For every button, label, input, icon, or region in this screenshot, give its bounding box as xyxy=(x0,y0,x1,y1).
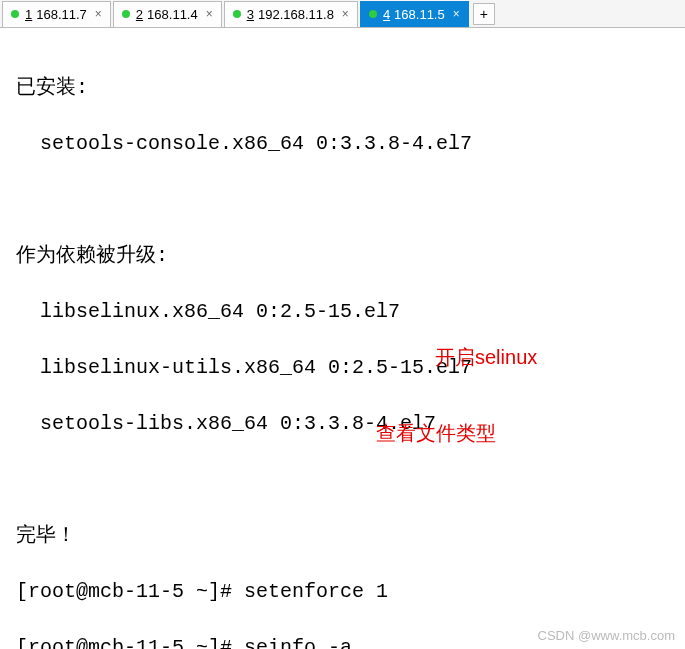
section-header: 作为依赖被升级: xyxy=(16,242,683,270)
status-dot-icon xyxy=(369,10,377,18)
tab-number: 1 xyxy=(25,7,32,22)
status-dot-icon xyxy=(122,10,130,18)
blank-line xyxy=(16,186,683,214)
close-icon[interactable]: × xyxy=(453,7,460,21)
prompt-line: [root@mcb-11-5 ~]# setenforce 1 xyxy=(16,578,683,606)
tab-label: 168.11.5 xyxy=(394,7,445,22)
section-header: 已安装: xyxy=(16,74,683,102)
status-dot-icon xyxy=(233,10,241,18)
done-line: 完毕！ xyxy=(16,522,683,550)
watermark: CSDN @www.mcb.com xyxy=(538,628,675,643)
blank-line xyxy=(16,466,683,494)
tab-label: 168.11.4 xyxy=(147,7,198,22)
close-icon[interactable]: × xyxy=(95,7,102,21)
terminal-output[interactable]: 已安装: setools-console.x86_64 0:3.3.8-4.el… xyxy=(0,28,685,649)
tab-4[interactable]: 4 168.11.5 × xyxy=(360,1,469,27)
tab-3[interactable]: 3 192.168.11.8 × xyxy=(224,1,358,27)
tab-number: 4 xyxy=(383,7,390,22)
package-line: setools-libs.x86_64 0:3.3.8-4.el7 xyxy=(16,410,683,438)
tab-label: 168.11.7 xyxy=(36,7,87,22)
package-line: setools-console.x86_64 0:3.3.8-4.el7 xyxy=(16,130,683,158)
tab-label: 192.168.11.8 xyxy=(258,7,334,22)
package-line: libselinux.x86_64 0:2.5-15.el7 xyxy=(16,298,683,326)
package-line: libselinux-utils.x86_64 0:2.5-15.el7 xyxy=(16,354,683,382)
tab-2[interactable]: 2 168.11.4 × xyxy=(113,1,222,27)
tab-number: 2 xyxy=(136,7,143,22)
annotation-enable-selinux: 开启selinux xyxy=(435,344,537,371)
annotation-view-filetype: 查看文件类型 xyxy=(376,420,496,447)
close-icon[interactable]: × xyxy=(206,7,213,21)
new-tab-button[interactable]: + xyxy=(473,3,495,25)
close-icon[interactable]: × xyxy=(342,7,349,21)
tab-number: 3 xyxy=(247,7,254,22)
status-dot-icon xyxy=(11,10,19,18)
tab-1[interactable]: 1 168.11.7 × xyxy=(2,1,111,27)
tab-bar: 1 168.11.7 × 2 168.11.4 × 3 192.168.11.8… xyxy=(0,0,685,28)
plus-icon: + xyxy=(480,6,488,22)
